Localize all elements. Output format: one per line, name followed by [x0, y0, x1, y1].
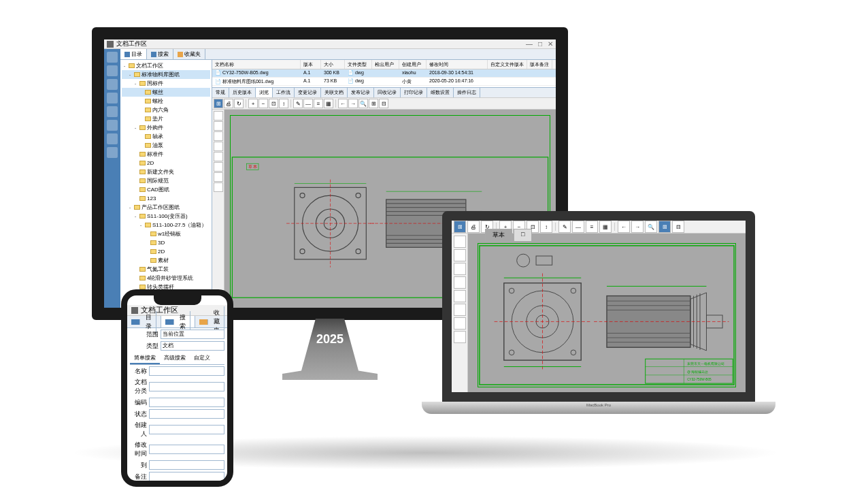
tab-favorites[interactable]: 收藏夹	[195, 316, 229, 327]
scope-select[interactable]: 当前位置	[161, 330, 224, 339]
custom-search-tab[interactable]: 自定义	[190, 353, 214, 364]
tree-item[interactable]: -国标件	[122, 79, 210, 88]
advanced-search-tab[interactable]: 高级搜索	[160, 353, 190, 364]
side-tool[interactable]	[214, 172, 223, 182]
tool-button[interactable]: ⊞	[658, 221, 671, 233]
modify-time-to[interactable]	[149, 460, 224, 470]
tool-button[interactable]: ⊞	[214, 99, 223, 108]
name-input[interactable]	[149, 366, 224, 376]
tree-item[interactable]: -S11-100-27.5（油箱）	[122, 221, 210, 229]
tool-button[interactable]: ≡	[314, 99, 323, 108]
activity-item[interactable]	[107, 93, 118, 103]
tab-directory[interactable]: 目录	[127, 316, 161, 327]
tree-item[interactable]: 轴承	[122, 132, 210, 141]
tree-item[interactable]: -文档工作区	[122, 61, 210, 70]
side-tool[interactable]	[214, 162, 223, 172]
close-button[interactable]: ✕	[548, 40, 553, 48]
category-input[interactable]	[149, 382, 224, 391]
tool-button[interactable]: ✎	[293, 99, 303, 108]
modify-time-from[interactable]	[149, 445, 224, 454]
tree-item[interactable]: 油泵	[122, 141, 210, 150]
side-tool[interactable]	[214, 121, 223, 131]
drawing-tab[interactable]: 草本	[485, 229, 512, 242]
activity-item[interactable]	[107, 147, 118, 158]
status-input[interactable]	[149, 409, 224, 419]
minimize-button[interactable]: —	[526, 40, 533, 48]
zoom-fit-button[interactable]: ⊡	[269, 99, 278, 108]
viewer-tab[interactable]: 打印记录	[401, 88, 427, 97]
tree-item[interactable]: 123	[122, 194, 210, 203]
viewer-tab[interactable]: 操作日志	[454, 88, 480, 97]
viewer-tab[interactable]: 关联文档	[321, 88, 348, 97]
file-row[interactable]: 📄 标准物料库图纸001.dwgA.173 KB📄 dwg小黄2020-05-2…	[212, 78, 556, 86]
tool-button[interactable]: ←	[338, 99, 348, 108]
tab-favorites[interactable]: 收藏夹	[173, 49, 205, 59]
tab-search[interactable]: 搜索	[161, 316, 195, 327]
activity-item[interactable]	[107, 106, 118, 117]
side-tool[interactable]	[454, 263, 466, 275]
tool-button[interactable]: ↻	[234, 99, 244, 108]
tree-item[interactable]: 2D	[122, 159, 210, 167]
tool-button[interactable]: ⊞	[369, 99, 378, 108]
drawing-tab[interactable]: □	[514, 229, 532, 242]
tool-button[interactable]: ≡	[586, 221, 598, 233]
tool-button[interactable]: ↕	[279, 99, 288, 108]
side-tool[interactable]	[214, 131, 223, 141]
viewer-tab[interactable]: 维数设置	[427, 88, 454, 97]
viewer-tab[interactable]: 历史版本	[229, 88, 256, 97]
tree-item[interactable]: 内六角	[122, 106, 210, 114]
tool-button[interactable]: ⊟	[672, 221, 684, 233]
remark-input[interactable]	[149, 472, 224, 481]
tree-item[interactable]: w1经销板	[122, 229, 210, 238]
viewer-tab[interactable]: 变更记录	[295, 88, 321, 97]
side-tool[interactable]	[454, 249, 466, 261]
type-select[interactable]: 文档	[161, 341, 224, 351]
tool-button[interactable]: →	[631, 221, 644, 233]
tool-button[interactable]: —	[572, 221, 584, 233]
tree-item[interactable]: -S11-100(变压器)	[122, 212, 210, 221]
side-tool[interactable]	[214, 152, 223, 161]
tree-item[interactable]: -标准物料库图纸	[122, 70, 210, 79]
tool-button[interactable]: ✎	[558, 221, 571, 233]
activity-item[interactable]	[107, 120, 118, 131]
tree-item[interactable]: 标准件	[122, 150, 210, 159]
side-tool[interactable]	[454, 317, 466, 330]
tree-item[interactable]: 新建文件夹	[122, 167, 210, 176]
laptop-cad-canvas[interactable]: 草本 □	[478, 243, 736, 387]
folder-tree[interactable]: -文档工作区-标准物料库图纸-国标件螺丝螺栓内六角垫片-外购件轴承油泵标准件2D…	[120, 60, 212, 320]
side-tool[interactable]	[454, 331, 466, 343]
tree-item[interactable]: 2D	[122, 247, 210, 256]
tool-button[interactable]: ↕	[540, 221, 552, 233]
tool-button[interactable]: 🔍	[645, 221, 657, 233]
tool-button[interactable]: ▦	[599, 221, 612, 233]
viewer-tab[interactable]: 工作流	[273, 88, 295, 97]
tree-item[interactable]: 垫片	[122, 114, 210, 123]
zoom-in-button[interactable]: +	[248, 99, 258, 108]
tab-directory[interactable]: 目录	[120, 49, 147, 59]
code-input[interactable]	[149, 398, 224, 407]
tree-item[interactable]: -产品工作区图纸	[122, 203, 210, 212]
print-button[interactable]: 🖨	[224, 99, 233, 108]
tree-item[interactable]: 素材	[122, 256, 210, 265]
viewer-tab[interactable]: 常规	[212, 88, 229, 97]
side-tool[interactable]	[454, 276, 466, 289]
tree-item[interactable]: -外购件	[122, 123, 210, 132]
tree-item[interactable]: CAD图纸	[122, 185, 210, 194]
tree-item[interactable]: 螺栓	[122, 97, 210, 106]
tool-button[interactable]: ←	[618, 221, 630, 233]
side-tool[interactable]	[214, 182, 223, 192]
side-tool[interactable]	[214, 142, 223, 151]
activity-item[interactable]	[107, 133, 118, 144]
tab-search[interactable]: 搜索	[147, 49, 173, 59]
activity-item[interactable]	[107, 65, 118, 76]
tool-button[interactable]: 🔍	[358, 99, 368, 108]
viewer-tab[interactable]: 发布记录	[348, 88, 374, 97]
maximize-button[interactable]: □	[538, 40, 542, 48]
tool-button[interactable]: ⊟	[379, 99, 388, 108]
print-button[interactable]: 🖨	[467, 221, 480, 233]
viewer-tab[interactable]: 浏览	[256, 88, 273, 97]
side-tool[interactable]	[454, 304, 466, 316]
creator-input[interactable]	[149, 425, 224, 434]
side-tool[interactable]	[214, 111, 223, 121]
tree-item[interactable]: 螺丝	[122, 88, 210, 97]
